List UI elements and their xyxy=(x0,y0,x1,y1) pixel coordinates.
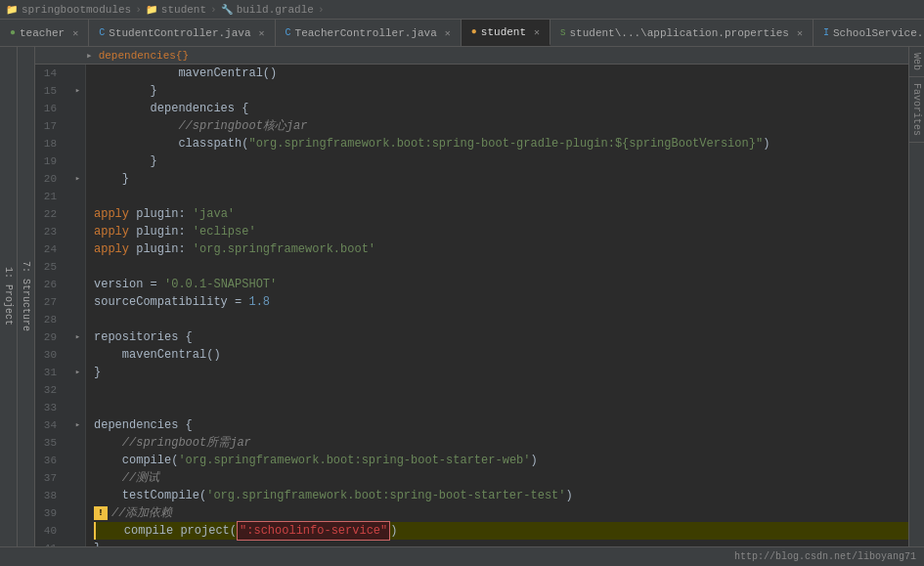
sidebar-favorites[interactable]: Favorites xyxy=(909,77,924,143)
line-25 xyxy=(94,258,908,276)
close-tab-student[interactable]: ✕ xyxy=(534,26,540,38)
fold-indicator[interactable]: ▸ xyxy=(86,49,93,62)
ln-14: 14 xyxy=(35,65,63,82)
fold-27 xyxy=(70,293,85,311)
line-39: !//添加依赖 xyxy=(94,504,908,522)
tab-icon-student: ● xyxy=(471,26,477,37)
sidebar-project[interactable]: 1: Project xyxy=(0,47,18,546)
tab-label-teacher-controller: TeacherController.java xyxy=(295,27,437,39)
ln-28: 28 xyxy=(35,311,63,328)
code-container: 14 15 16 17 18 19 20 21 22 23 24 25 26 2… xyxy=(35,65,908,546)
ln-35: 35 xyxy=(35,434,63,452)
tab-icon-teacher-controller: C xyxy=(286,27,291,38)
fold-16 xyxy=(70,100,85,117)
line-38: testCompile('org.springframework.boot:sp… xyxy=(94,487,908,504)
close-tab-application-props[interactable]: ✕ xyxy=(797,27,803,39)
line-41: } xyxy=(94,540,908,546)
fold-20[interactable]: ▸ xyxy=(70,170,85,188)
fold-30 xyxy=(70,346,85,364)
line-21 xyxy=(94,188,908,205)
line-numbers: 14 15 16 17 18 19 20 21 22 23 24 25 26 2… xyxy=(35,65,70,546)
fold-41[interactable]: ▸ xyxy=(70,540,85,546)
fold-22 xyxy=(70,205,85,223)
fold-31[interactable]: ▸ xyxy=(70,364,85,381)
code-lines[interactable]: mavenCentral() } dependencies { //spring… xyxy=(86,65,908,546)
ln-25: 25 xyxy=(35,258,63,276)
sidebar-structure[interactable]: 7: Structure xyxy=(18,47,35,546)
line-16: dependencies { xyxy=(94,100,908,117)
main-area: 1: Project 7: Structure ▸ dependencies{}… xyxy=(0,47,924,546)
line-20: } xyxy=(94,170,908,188)
line-35: //springboot所需jar xyxy=(94,434,908,452)
tab-student[interactable]: ● student ✕ xyxy=(462,20,550,46)
fold-38 xyxy=(70,487,85,504)
fold-36 xyxy=(70,452,85,469)
line-27: sourceCompatibility = 1.8 xyxy=(94,293,908,311)
editor-area[interactable]: ▸ dependencies{} 14 15 16 17 18 19 20 21… xyxy=(35,47,908,546)
ln-32: 32 xyxy=(35,381,63,399)
ln-24: 24 xyxy=(35,240,63,258)
ln-37: 37 xyxy=(35,469,63,487)
line-37: //测试 xyxy=(94,469,908,487)
line-28 xyxy=(94,311,908,328)
student-folder-icon: 📁 xyxy=(146,4,157,16)
sidebar-web[interactable]: Web xyxy=(909,47,924,77)
line-23: apply plugin: 'eclipse' xyxy=(94,223,908,240)
tab-student-controller[interactable]: C StudentController.java ✕ xyxy=(89,20,275,46)
blog-url: http://blog.csdn.net/liboyang71 xyxy=(734,551,916,562)
ln-22: 22 xyxy=(35,205,63,223)
fold-29[interactable]: ▸ xyxy=(70,328,85,346)
tab-label-teacher: teacher xyxy=(20,27,65,39)
line-15: } xyxy=(94,82,908,100)
ln-15: 15 xyxy=(35,82,63,100)
ln-36: 36 xyxy=(35,452,63,469)
sidebar-structure-label: 7: Structure xyxy=(21,261,31,331)
close-tab-student-controller[interactable]: ✕ xyxy=(259,27,265,39)
line-19: } xyxy=(94,152,908,170)
fold-21 xyxy=(70,188,85,205)
sidebar-project-label: 1: Project xyxy=(3,267,14,326)
tab-label-school-service: SchoolService.java xyxy=(833,27,924,39)
ln-17: 17 xyxy=(35,117,63,135)
close-tab-teacher-controller[interactable]: ✕ xyxy=(445,27,451,39)
springbootmodules-folder-icon: 📁 xyxy=(6,4,18,16)
ln-41: 41 xyxy=(35,540,63,546)
tab-icon-school-service: I xyxy=(823,27,829,38)
tab-school-service[interactable]: I SchoolService.java ✕ xyxy=(814,20,924,46)
tab-teacher-controller[interactable]: C TeacherController.java ✕ xyxy=(276,20,462,46)
line-29: repositories { xyxy=(94,328,908,346)
ln-33: 33 xyxy=(35,399,63,416)
fold-35 xyxy=(70,434,85,452)
fold-39 xyxy=(70,504,85,522)
bottom-bar: http://blog.csdn.net/liboyang71 xyxy=(0,546,924,566)
breadcrumb-springbootmodules[interactable]: springbootmodules xyxy=(22,4,131,16)
ln-16: 16 xyxy=(35,100,63,117)
close-tab-teacher[interactable]: ✕ xyxy=(72,27,78,39)
ln-40: 40 xyxy=(35,522,63,540)
ln-38: 38 xyxy=(35,487,63,504)
line-33 xyxy=(94,399,908,416)
breadcrumb-buildgradle[interactable]: build.gradle xyxy=(237,4,314,16)
tab-label-application-props: student\...\application.properties xyxy=(570,27,789,39)
line-26: version = '0.0.1-SNAPSHOT' xyxy=(94,276,908,293)
line-22: apply plugin: 'java' xyxy=(94,205,908,223)
tab-icon-application-props: S xyxy=(560,28,565,38)
line-14: mavenCentral() xyxy=(94,65,908,82)
line-30: mavenCentral() xyxy=(94,346,908,364)
ln-27: 27 xyxy=(35,293,63,311)
tab-application-props[interactable]: S student\...\application.properties ✕ xyxy=(550,20,814,46)
ln-31: 31 xyxy=(35,364,63,381)
fold-40 xyxy=(70,522,85,540)
line-18: classpath("org.springframework.boot:spri… xyxy=(94,135,908,152)
fold-14 xyxy=(70,65,85,82)
breadcrumb-student[interactable]: student xyxy=(161,4,206,16)
tab-teacher[interactable]: ● teacher ✕ xyxy=(0,20,89,46)
line-31: } xyxy=(94,364,908,381)
ln-21: 21 xyxy=(35,188,63,205)
tab-label-student-controller: StudentController.java xyxy=(109,27,250,39)
fold-15[interactable]: ▸ xyxy=(70,82,85,100)
line-40: compile project(":schoolinfo-service") xyxy=(94,522,908,540)
line-34: dependencies { xyxy=(94,416,908,434)
line-17: //springboot核心jar xyxy=(94,117,908,135)
fold-34[interactable]: ▸ xyxy=(70,416,85,434)
